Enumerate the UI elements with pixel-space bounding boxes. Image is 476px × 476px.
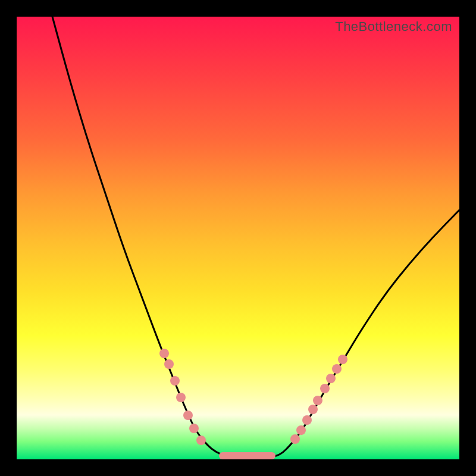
data-marker	[313, 396, 322, 405]
flat-bottom-marker	[219, 452, 275, 459]
data-marker	[320, 384, 330, 393]
data-marker	[302, 415, 312, 425]
data-marker	[176, 393, 186, 402]
data-marker	[338, 355, 347, 364]
data-marker	[189, 424, 199, 433]
markers-left-group	[159, 349, 206, 445]
data-marker	[332, 364, 342, 374]
data-marker	[196, 436, 206, 445]
data-marker	[164, 359, 174, 369]
bottleneck-curve-right	[273, 210, 459, 457]
chart-plot-area: TheBottleneck.com	[17, 17, 459, 459]
data-marker	[326, 374, 336, 383]
data-marker	[183, 411, 193, 420]
data-marker	[290, 434, 300, 444]
data-marker	[296, 425, 306, 435]
curve-svg	[17, 17, 459, 459]
bottleneck-curve-left	[52, 17, 234, 457]
data-marker	[170, 376, 180, 386]
data-marker	[159, 349, 169, 358]
data-marker	[308, 405, 318, 414]
markers-right-group	[290, 355, 347, 444]
